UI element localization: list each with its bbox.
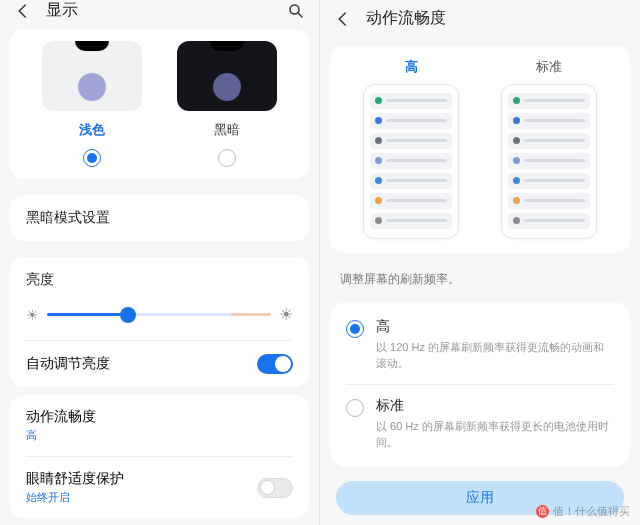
mini-dot-icon: [513, 157, 520, 164]
dark-theme-label: 黑暗: [214, 121, 240, 139]
mini-dot-icon: [513, 97, 520, 104]
mini-dot-icon: [375, 97, 382, 104]
mini-dot-icon: [375, 177, 382, 184]
mini-list-item: [370, 133, 452, 149]
refresh-option-title: 标准: [376, 397, 614, 415]
refresh-option-radio[interactable]: [346, 320, 364, 338]
brightness-thumb[interactable]: [120, 307, 136, 323]
auto-brightness-row[interactable]: 自动调节亮度: [10, 341, 309, 387]
mini-bar: [524, 119, 585, 122]
watermark-icon: 值: [536, 505, 549, 518]
sun-high-icon: ☀︎: [279, 305, 293, 324]
refresh-options-card: 高以 120 Hz 的屏幕刷新频率获得更流畅的动画和滚动。标准以 60 Hz 的…: [330, 302, 630, 467]
refresh-option-desc: 以 120 Hz 的屏幕刷新频率获得更流畅的动画和滚动。: [376, 339, 614, 372]
refresh-option-row[interactable]: 标准以 60 Hz 的屏幕刷新频率获得更长的电池使用时间。: [330, 385, 630, 463]
eye-comfort-value: 始终开启: [26, 490, 124, 505]
refresh-preview-card: 高 标准: [330, 46, 630, 253]
mini-bar: [524, 99, 585, 102]
preview-high-label: 高: [405, 58, 418, 76]
light-theme-label: 浅色: [79, 121, 105, 139]
light-theme-preview: [42, 41, 142, 111]
mini-dot-icon: [513, 197, 520, 204]
svg-point-0: [290, 5, 299, 14]
refresh-option-title: 高: [376, 318, 614, 336]
apply-label: 应用: [466, 489, 494, 507]
watermark-text: 值！什么值得买: [553, 504, 630, 519]
mini-dot-icon: [375, 137, 382, 144]
mini-bar: [386, 99, 447, 102]
dark-mode-settings-row[interactable]: 黑暗模式设置: [10, 195, 309, 241]
mini-bar: [524, 139, 585, 142]
mini-list-item: [370, 213, 452, 229]
mini-bar: [386, 159, 447, 162]
page-title-display: 显示: [46, 0, 287, 21]
auto-brightness-label: 自动调节亮度: [26, 355, 110, 373]
mini-dot-icon: [513, 217, 520, 224]
eye-comfort-row[interactable]: 眼睛舒适度保护 始终开启: [10, 457, 309, 518]
mini-bar: [386, 179, 447, 182]
eye-comfort-title: 眼睛舒适度保护: [26, 470, 124, 488]
refresh-option-desc: 以 60 Hz 的屏幕刷新频率获得更长的电池使用时间。: [376, 418, 614, 451]
theme-option-dark[interactable]: 黑暗: [167, 41, 287, 139]
search-icon[interactable]: [287, 2, 305, 20]
dark-mode-settings-label: 黑暗模式设置: [26, 209, 110, 225]
back-icon[interactable]: [14, 2, 32, 20]
motion-smoothness-pane: 动作流畅度 高 标准 调整屏幕的刷新频率。 高以 120 Hz 的屏幕刷新频率获…: [320, 0, 640, 525]
preview-standard-label: 标准: [536, 58, 562, 76]
mini-list-item: [370, 173, 452, 189]
back-icon[interactable]: [334, 10, 352, 28]
mini-bar: [386, 199, 447, 202]
mini-list-item: [370, 93, 452, 109]
mini-bar: [524, 159, 585, 162]
mini-phone-high: [363, 84, 459, 239]
sun-low-icon: ☀︎: [26, 307, 39, 323]
mini-bar: [524, 219, 585, 222]
refresh-option-row[interactable]: 高以 120 Hz 的屏幕刷新频率获得更流畅的动画和滚动。: [330, 306, 630, 384]
mini-dot-icon: [513, 177, 520, 184]
mini-list-item: [370, 113, 452, 129]
preview-high-col: 高: [342, 58, 480, 239]
display-settings-pane: 显示 浅色 黑暗: [0, 0, 320, 525]
mini-list-item: [370, 193, 452, 209]
auto-brightness-toggle[interactable]: [257, 354, 293, 374]
mini-bar: [386, 139, 447, 142]
motion-title: 动作流畅度: [26, 408, 293, 426]
left-header: 显示: [0, 0, 319, 21]
brightness-title: 亮度: [26, 271, 293, 289]
right-header: 动作流畅度: [320, 0, 640, 38]
mini-list-item: [508, 153, 590, 169]
mini-list-item: [508, 213, 590, 229]
mini-list-item: [508, 133, 590, 149]
section-label: 调整屏幕的刷新频率。: [320, 261, 640, 294]
mini-dot-icon: [375, 117, 382, 124]
mini-dot-icon: [513, 137, 520, 144]
display-options-card: 动作流畅度 高 眼睛舒适度保护 始终开启: [10, 395, 309, 518]
mini-list-item: [508, 113, 590, 129]
mini-dot-icon: [375, 217, 382, 224]
theme-card: 浅色 黑暗: [10, 29, 309, 179]
mini-list-item: [508, 193, 590, 209]
mini-list-item: [508, 93, 590, 109]
dark-theme-preview: [177, 41, 277, 111]
motion-value: 高: [26, 428, 293, 443]
eye-comfort-toggle[interactable]: [257, 478, 293, 498]
brightness-card: 亮度 ☀︎ ☀︎: [10, 257, 309, 340]
mini-list-item: [508, 173, 590, 189]
mini-bar: [524, 179, 585, 182]
mini-bar: [386, 219, 447, 222]
mini-phone-standard: [501, 84, 597, 239]
dark-theme-radio[interactable]: [218, 149, 236, 167]
theme-option-light[interactable]: 浅色: [32, 41, 152, 139]
watermark: 值 值！什么值得买: [536, 504, 630, 519]
light-theme-radio[interactable]: [83, 149, 101, 167]
refresh-option-radio[interactable]: [346, 399, 364, 417]
mini-bar: [386, 119, 447, 122]
preview-standard-col: 标准: [480, 58, 618, 239]
mini-dot-icon: [375, 197, 382, 204]
mini-dot-icon: [375, 157, 382, 164]
mini-bar: [524, 199, 585, 202]
brightness-slider[interactable]: [47, 313, 271, 316]
motion-smoothness-row[interactable]: 动作流畅度 高: [10, 395, 309, 456]
mini-list-item: [370, 153, 452, 169]
mini-dot-icon: [513, 117, 520, 124]
